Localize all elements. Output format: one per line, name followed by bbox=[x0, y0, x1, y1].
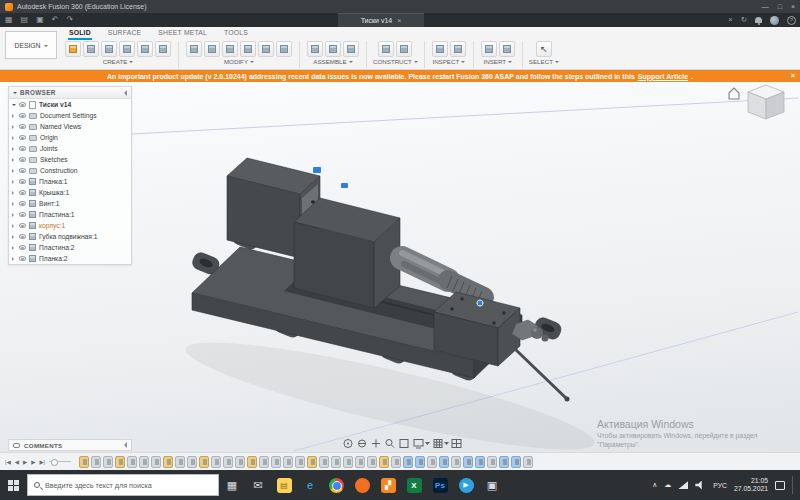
taskbar-app-photoshop[interactable]: Ps bbox=[427, 470, 453, 500]
close-icon[interactable]: × bbox=[728, 13, 732, 27]
browser-header[interactable]: BROWSER bbox=[9, 87, 131, 99]
expand-caret-icon[interactable] bbox=[12, 224, 16, 228]
browser-tree-item[interactable]: Планка:2 bbox=[9, 253, 131, 264]
data-panel-grid-icon[interactable]: ▦ bbox=[5, 13, 13, 27]
show-desktop-button[interactable] bbox=[792, 476, 795, 494]
browser-tree-item[interactable]: Винт:1 bbox=[9, 198, 131, 209]
visibility-eye-icon[interactable] bbox=[19, 135, 26, 140]
timeline-feature-joint[interactable] bbox=[415, 456, 425, 468]
timeline-feature-feature[interactable] bbox=[175, 456, 185, 468]
taskbar-app-task-view[interactable]: ▦ bbox=[219, 470, 245, 500]
taskbar-app-excel[interactable]: X bbox=[401, 470, 427, 500]
browser-tree-item[interactable]: корпус:1 bbox=[9, 220, 131, 231]
expand-caret-icon[interactable] bbox=[12, 158, 16, 162]
timeline-feature-sketch[interactable] bbox=[379, 456, 389, 468]
group-label[interactable]: INSPECT bbox=[432, 58, 465, 65]
visibility-eye-icon[interactable] bbox=[19, 157, 26, 162]
browser-tree-item[interactable]: Joints bbox=[9, 143, 131, 154]
visibility-eye-icon[interactable] bbox=[19, 256, 26, 261]
banner-close-icon[interactable]: × bbox=[791, 70, 795, 82]
expand-caret-icon[interactable] bbox=[12, 114, 16, 118]
tool-icon[interactable] bbox=[378, 41, 394, 57]
timeline-feature-feature[interactable] bbox=[91, 456, 101, 468]
timeline-feature-joint[interactable] bbox=[403, 456, 413, 468]
timeline-feature-joint[interactable] bbox=[463, 456, 473, 468]
visibility-eye-icon[interactable] bbox=[19, 245, 26, 250]
browser-expand-caret-icon[interactable] bbox=[13, 92, 17, 96]
tool-icon[interactable] bbox=[204, 41, 220, 57]
expand-caret-icon[interactable] bbox=[12, 136, 16, 140]
expand-caret-icon[interactable] bbox=[12, 213, 16, 217]
timeline-feature-joint[interactable] bbox=[511, 456, 521, 468]
browser-tree-item[interactable]: Крышка:1 bbox=[9, 187, 131, 198]
timeline-feature-feature[interactable] bbox=[211, 456, 221, 468]
timeline-feature-feature[interactable] bbox=[259, 456, 269, 468]
tool-icon[interactable] bbox=[83, 41, 99, 57]
expand-caret-icon[interactable] bbox=[12, 257, 16, 261]
expand-caret-icon[interactable] bbox=[12, 169, 16, 173]
visibility-eye-icon[interactable] bbox=[19, 234, 26, 239]
tool-icon[interactable] bbox=[119, 41, 135, 57]
timeline-feature-feature[interactable] bbox=[295, 456, 305, 468]
tool-icon[interactable] bbox=[186, 41, 202, 57]
visibility-eye-icon[interactable] bbox=[19, 102, 26, 107]
tool-icon[interactable] bbox=[137, 41, 153, 57]
timeline-feature-feature[interactable] bbox=[283, 456, 293, 468]
tray-expand-chevron-icon[interactable]: ∧ bbox=[652, 481, 657, 489]
close-button[interactable]: × bbox=[791, 0, 795, 13]
browser-tree-item[interactable]: Sketches bbox=[9, 154, 131, 165]
taskbar-app-file-explorer[interactable]: ▤ bbox=[271, 470, 297, 500]
tool-icon[interactable] bbox=[396, 41, 412, 57]
expand-caret-icon[interactable] bbox=[12, 191, 16, 195]
help-icon[interactable]: ? bbox=[787, 16, 796, 25]
look-at-icon[interactable] bbox=[359, 440, 366, 447]
visibility-eye-icon[interactable] bbox=[19, 124, 26, 129]
visibility-eye-icon[interactable] bbox=[19, 168, 26, 173]
start-button[interactable] bbox=[0, 470, 27, 500]
maximize-button[interactable]: □ bbox=[778, 0, 782, 13]
browser-tree-item[interactable]: Construction bbox=[9, 165, 131, 176]
tool-icon[interactable] bbox=[325, 41, 341, 57]
fit-view-icon[interactable] bbox=[400, 440, 408, 448]
timeline-feature-feature[interactable] bbox=[139, 456, 149, 468]
tool-icon[interactable] bbox=[222, 41, 238, 57]
browser-tree-item[interactable]: Планка:1 bbox=[9, 176, 131, 187]
job-status-icon[interactable]: ↻ bbox=[741, 13, 747, 27]
browser-tree-item[interactable]: Origin bbox=[9, 132, 131, 143]
tool-icon[interactable] bbox=[307, 41, 323, 57]
network-icon[interactable] bbox=[678, 481, 688, 489]
action-center-icon[interactable] bbox=[775, 481, 785, 490]
visibility-eye-icon[interactable] bbox=[19, 212, 26, 217]
browser-tree-item[interactable]: Пластина:2 bbox=[9, 242, 131, 253]
viewport-layout-icon[interactable] bbox=[452, 440, 461, 448]
language-indicator[interactable]: РУС bbox=[713, 482, 727, 489]
tool-icon[interactable] bbox=[432, 41, 448, 57]
group-label[interactable]: ASSEMBLE bbox=[313, 58, 352, 65]
timeline-feature-sketch[interactable] bbox=[79, 456, 89, 468]
timeline-feature-feature[interactable] bbox=[523, 456, 533, 468]
save-icon[interactable]: ▣ bbox=[36, 13, 44, 27]
document-tab[interactable]: Тиски v14 × bbox=[338, 13, 424, 27]
taskbar-app-fusion-360[interactable]: ▞ bbox=[375, 470, 401, 500]
timeline-feature-feature[interactable] bbox=[223, 456, 233, 468]
group-label[interactable]: SELECT bbox=[529, 58, 559, 65]
taskbar-app-mail[interactable]: ✉ bbox=[245, 470, 271, 500]
tab-tools[interactable]: TOOLS bbox=[223, 27, 249, 40]
timeline-feature-sketch[interactable] bbox=[247, 456, 257, 468]
tool-icon[interactable]: ↖ bbox=[536, 41, 552, 57]
tool-icon[interactable] bbox=[155, 41, 171, 57]
timeline-feature-feature[interactable] bbox=[331, 456, 341, 468]
visibility-eye-icon[interactable] bbox=[19, 223, 26, 228]
taskbar-app-edge[interactable]: e bbox=[297, 470, 323, 500]
taskbar-app-store[interactable]: ▣ bbox=[479, 470, 505, 500]
orbit-icon[interactable] bbox=[344, 440, 352, 448]
timeline-feature-feature[interactable] bbox=[487, 456, 497, 468]
taskbar-app-chrome[interactable] bbox=[323, 470, 349, 500]
group-label[interactable]: CREATE bbox=[103, 58, 134, 65]
timeline-feature-feature[interactable] bbox=[427, 456, 437, 468]
timeline-feature-feature[interactable] bbox=[127, 456, 137, 468]
browser-tree-item[interactable]: Document Settings bbox=[9, 110, 131, 121]
banner-link[interactable]: Support Article bbox=[638, 73, 688, 80]
timeline-feature-sketch[interactable] bbox=[115, 456, 125, 468]
timeline-go-to-end-icon[interactable]: ▶| bbox=[39, 459, 45, 465]
